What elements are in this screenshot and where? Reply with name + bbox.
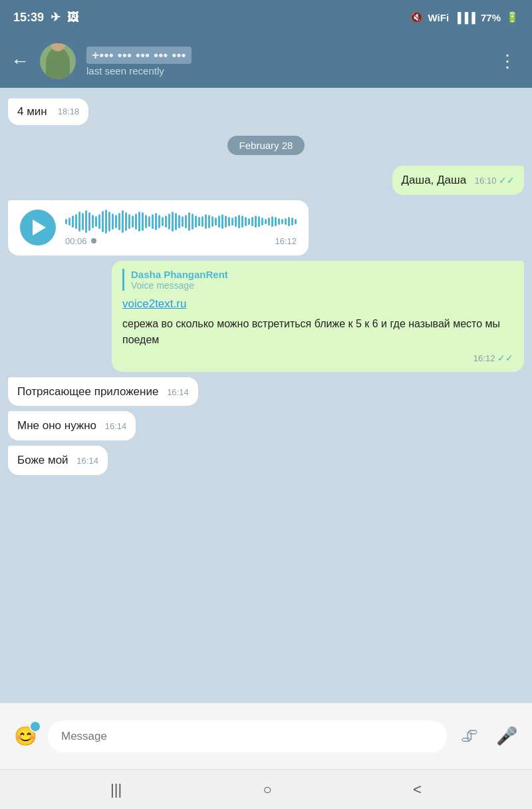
status-right: 🔇 WiFi ▐▐▐ 77% 🔋 [410,11,519,23]
message-input[interactable] [48,721,447,752]
message-row: 00:06 16:12 [8,200,524,255]
mic-button[interactable]: 🎤 [492,722,521,751]
transcript-link[interactable]: voice2text.ru [122,297,513,311]
signal-icon: ▐▐▐ [454,12,475,23]
nav-home-button[interactable]: ○ [263,781,271,798]
status-time: 15:39 [13,11,44,25]
contact-status: last seen recently [86,65,483,77]
home-icon: ○ [263,781,271,798]
message-time: 16:10 ✓✓ [475,176,515,186]
wifi-icon: WiFi [428,12,450,23]
voice-bubble: 00:06 16:12 [8,200,309,255]
emoji-badge [29,721,41,732]
mute-icon: 🔇 [410,11,423,23]
transcript-quote: Dasha PhanganRent Voice message [122,269,513,291]
message-text: 4 мин [17,104,47,120]
message-text: Мне оно нужно [17,419,96,432]
voice-duration: 00:06 [65,236,96,246]
tick-icon: ✓✓ [499,175,515,186]
status-bar: 15:39 ✈ 🖼 🔇 WiFi ▐▐▐ 77% 🔋 [0,0,532,35]
nav-bar: ||| ○ < [0,769,532,809]
attach-button[interactable]: 🖇 [455,722,484,751]
nav-menu-button[interactable]: ||| [110,781,122,798]
battery-icon: 🔋 [506,11,519,23]
message-text: Потрясающее приложение [17,385,158,398]
voice-info: 00:06 16:12 [65,210,297,246]
date-label: February 28 [227,136,305,155]
mic-icon: 🎤 [496,726,517,746]
message-time: 16:12 [275,236,297,246]
attach-icon: 🖇 [461,726,478,746]
incoming-bubble: Мне оно нужно 16:14 [8,411,136,440]
voice-meta: 00:06 16:12 [65,236,297,246]
contact-avatar[interactable] [40,43,76,79]
outgoing-bubble: Даша, Даша 16:10 ✓✓ [392,166,524,195]
nav-back-button[interactable]: < [413,781,422,798]
voice-dot [91,238,96,243]
incoming-bubble: 4 мин 18:18 [8,98,88,125]
back-button[interactable]: ← [11,51,29,72]
message-time: 16:12 ✓✓ [473,353,513,363]
quote-author: Dasha PhanganRent [131,269,513,280]
message-row: Даша, Даша 16:10 ✓✓ [8,166,524,195]
more-button[interactable]: ⋮ [493,46,521,77]
message-row: Боже мой 16:14 [8,446,524,475]
message-time: 16:14 [105,421,127,431]
message-row: Потрясающее приложение 16:14 [8,377,524,406]
incoming-bubble: Боже мой 16:14 [8,446,108,475]
message-time: 16:14 [167,387,189,397]
telegram-icon: ✈ [51,10,61,25]
battery-percent: 77% [481,12,501,23]
message-text: Даша, Даша [402,174,467,186]
play-icon [33,220,46,236]
menu-icon: ||| [110,781,122,798]
waveform [65,210,297,234]
message-time: 16:14 [76,456,98,466]
message-row: 4 мин 18:18 [8,98,524,125]
message-text: Боже мой [17,454,68,466]
contact-info: +••• ••• ••• ••• ••• last seen recently [86,47,483,77]
quote-type: Voice message [131,280,513,291]
input-bar: 😊 🖇 🎤 [0,703,532,769]
message-time: 18:18 [58,106,80,118]
gallery-icon: 🖼 [67,11,79,25]
date-divider: February 28 [8,136,524,155]
message-row: Dasha PhanganRent Voice message voice2te… [8,261,524,372]
incoming-bubble: Потрясающее приложение 16:14 [8,377,198,406]
back-nav-icon: < [413,781,422,798]
emoji-button[interactable]: 😊 [11,722,40,751]
chat-header: ← +••• ••• ••• ••• ••• last seen recentl… [0,35,532,88]
tick-icon: ✓✓ [497,353,513,363]
transcript-bubble: Dasha PhanganRent Voice message voice2te… [112,261,524,372]
duration-text: 00:06 [65,236,87,246]
status-left: 15:39 ✈ 🖼 [13,10,79,25]
contact-name[interactable]: +••• ••• ••• ••• ••• [86,47,192,64]
play-button[interactable] [20,210,56,245]
message-row: Мне оно нужно 16:14 [8,411,524,440]
chat-area: 4 мин 18:18 February 28 Даша, Даша 16:10… [0,88,532,703]
transcript-text: сережа во сколько можно встретиться ближ… [122,316,513,348]
